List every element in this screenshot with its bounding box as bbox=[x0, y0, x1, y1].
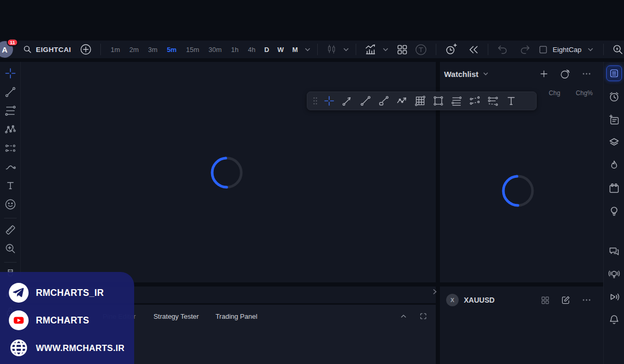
chart-style-button[interactable] bbox=[323, 42, 341, 57]
website-row[interactable]: WWW.RMCHARTS.IR bbox=[8, 337, 134, 358]
brush-icon bbox=[4, 161, 17, 173]
fib-retracement-tool-button[interactable] bbox=[2, 105, 19, 117]
panel-maximize-button[interactable] bbox=[419, 312, 427, 320]
watchlist-more-button[interactable] bbox=[581, 69, 592, 79]
trend-line-icon bbox=[359, 95, 372, 107]
indicators-button[interactable] bbox=[361, 42, 380, 57]
youtube-row[interactable]: RMCHARTS bbox=[8, 310, 134, 331]
watchlist-title-dropdown[interactable]: Watchlist bbox=[444, 70, 489, 79]
text-tool-button[interactable] bbox=[2, 179, 19, 192]
top-toolbar: A 11 EIGHTCAI 1m 2m 3m 5m 15m 30m 1h 4h … bbox=[0, 41, 624, 58]
plus-icon bbox=[539, 69, 549, 79]
sloped-levels-icon bbox=[469, 95, 481, 107]
timeframe-15m[interactable]: 15m bbox=[181, 42, 204, 57]
quick-search-button[interactable] bbox=[609, 42, 624, 57]
alarm-clock-icon bbox=[608, 90, 620, 103]
symbol-search[interactable]: EIGHTCAI bbox=[18, 42, 76, 57]
undo-button[interactable] bbox=[493, 42, 512, 57]
timeframe-5m[interactable]: 5m bbox=[162, 42, 181, 57]
sidebar-item-ideas-stream[interactable] bbox=[607, 268, 621, 280]
forecast-icon bbox=[4, 142, 17, 154]
redo-button[interactable] bbox=[516, 42, 534, 57]
alert-create-button[interactable] bbox=[441, 42, 460, 57]
sidebar-item-news[interactable] bbox=[607, 113, 621, 126]
sidebar-item-ideas[interactable] bbox=[607, 205, 621, 217]
sidebar-item-calendar[interactable] bbox=[607, 182, 621, 194]
timeframe-menu-button[interactable] bbox=[302, 42, 312, 57]
fb-fib-levels-button[interactable] bbox=[447, 93, 465, 109]
chevron-up-icon bbox=[399, 312, 408, 320]
column-chg[interactable]: Chg bbox=[549, 89, 560, 97]
sidebar-item-watchlist[interactable] bbox=[606, 66, 622, 81]
tab-trading-panel[interactable]: Trading Panel bbox=[215, 313, 257, 320]
sidebar-item-alerts[interactable] bbox=[607, 90, 621, 103]
symbol-name[interactable]: XAUUSD bbox=[464, 296, 495, 304]
telegram-row[interactable]: RMCHARTS_IR bbox=[8, 282, 134, 303]
panel-collapse-handle[interactable] bbox=[430, 287, 439, 297]
emoji-tool-button[interactable] bbox=[2, 198, 19, 211]
replay-button[interactable] bbox=[464, 42, 483, 57]
notification-badge: 11 bbox=[7, 38, 18, 46]
sidebar-item-notifications[interactable] bbox=[607, 314, 621, 326]
fb-trend-line-button[interactable] bbox=[356, 93, 374, 109]
pane-separator[interactable] bbox=[440, 282, 603, 287]
timeframe-4h[interactable]: 4h bbox=[243, 42, 260, 57]
fb-arrow-button[interactable] bbox=[338, 93, 356, 109]
measure-tool-button[interactable] bbox=[2, 224, 19, 236]
fb-gann-box-button[interactable] bbox=[411, 93, 429, 109]
tab-strategy-tester[interactable]: Strategy Tester bbox=[153, 313, 199, 320]
fb-channel-button[interactable] bbox=[484, 93, 502, 109]
chart-style-menu-button[interactable] bbox=[341, 42, 350, 57]
timeframe-30m[interactable]: 30m bbox=[204, 42, 226, 57]
templates-button[interactable] bbox=[411, 42, 431, 57]
ruler-icon bbox=[4, 224, 17, 236]
fb-crosshair-button[interactable] bbox=[320, 93, 338, 109]
timeframe-3m[interactable]: 3m bbox=[144, 42, 162, 57]
timeframe-2m[interactable]: 2m bbox=[125, 42, 144, 57]
timeframe-1m[interactable]: 1m bbox=[106, 42, 125, 57]
sidebar-item-data-window[interactable] bbox=[607, 136, 621, 149]
text-icon bbox=[505, 95, 517, 107]
horizontal-levels-icon bbox=[450, 95, 463, 107]
sidebar-item-streams[interactable] bbox=[607, 291, 621, 303]
zoom-in-tool-button[interactable] bbox=[2, 242, 19, 255]
toolbar-drag-handle[interactable] bbox=[310, 93, 320, 109]
fb-polyline-button[interactable] bbox=[393, 93, 411, 109]
zoom-in-icon bbox=[4, 242, 17, 255]
fb-text-button[interactable] bbox=[502, 93, 520, 109]
chevron-down-icon bbox=[304, 46, 311, 53]
pattern-tool-button[interactable] bbox=[2, 123, 19, 136]
fb-trend-fib-button[interactable] bbox=[465, 93, 484, 109]
watchlist-add-symbol-button[interactable] bbox=[539, 69, 549, 79]
timeframe-D[interactable]: D bbox=[260, 42, 273, 57]
symbol-note-button[interactable] bbox=[561, 295, 571, 305]
indicators-menu-button[interactable] bbox=[380, 42, 390, 57]
symbol-more-button[interactable] bbox=[581, 295, 592, 305]
timeframe-M[interactable]: M bbox=[288, 42, 302, 57]
forecast-tool-button[interactable] bbox=[2, 142, 19, 154]
fb-rectangle-button[interactable] bbox=[429, 93, 447, 109]
fb-trend-shape-button[interactable] bbox=[374, 93, 393, 109]
broker-selector[interactable]: EightCap bbox=[534, 42, 599, 57]
trend-line-tool-button[interactable] bbox=[2, 86, 19, 98]
compare-add-button[interactable] bbox=[76, 42, 95, 57]
search-icon bbox=[23, 45, 32, 54]
layout-grid-button[interactable] bbox=[393, 42, 411, 57]
sidebar-item-hotlists[interactable] bbox=[607, 159, 621, 172]
text-icon bbox=[4, 179, 17, 192]
column-chg-percent[interactable]: Chg% bbox=[576, 89, 593, 97]
user-menu[interactable]: A 11 bbox=[0, 41, 18, 58]
symbol-grid-view-button[interactable] bbox=[540, 295, 550, 305]
timeframe-1h[interactable]: 1h bbox=[226, 42, 243, 57]
bell-icon bbox=[608, 314, 620, 326]
flame-icon bbox=[608, 159, 620, 172]
panel-expand-button[interactable] bbox=[399, 312, 408, 320]
crosshair-tool-button[interactable] bbox=[2, 67, 19, 80]
grid-icon bbox=[540, 295, 550, 305]
sidebar-item-chats[interactable] bbox=[607, 245, 621, 257]
watchlist-chart-view-button[interactable] bbox=[560, 68, 571, 80]
brush-tool-button[interactable] bbox=[2, 161, 19, 173]
chevron-down-icon bbox=[587, 46, 594, 53]
timeframe-W[interactable]: W bbox=[274, 42, 288, 57]
chart-loading-spinner bbox=[210, 156, 243, 189]
